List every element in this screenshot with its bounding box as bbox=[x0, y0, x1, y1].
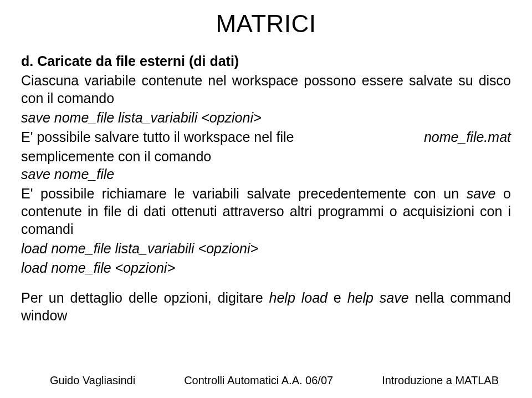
text-fragment: Per un dettaglio delle opzioni, digitare bbox=[21, 290, 269, 305]
slide-footer: Guido Vagliasindi Controlli Automatici A… bbox=[0, 374, 532, 387]
inline-save: save bbox=[467, 186, 496, 201]
code-save-file: save nome_file bbox=[21, 165, 511, 183]
code-load-vars: load nome_file lista_variabili <opzioni> bbox=[21, 239, 511, 257]
code-save-vars: save nome_file lista_variabili <opzioni> bbox=[21, 109, 511, 126]
text-fragment: E' possibile richiamare le variabili sal… bbox=[21, 186, 467, 201]
text-fragment: semplicemente con il comando bbox=[21, 147, 511, 165]
code-load-file: load nome_file <opzioni> bbox=[21, 259, 511, 277]
inline-help-save: help save bbox=[347, 290, 409, 305]
paragraph-recall: E' possibile richiamare le variabili sal… bbox=[21, 185, 511, 238]
section-heading: d. Caricate da file esterni (di dati) bbox=[21, 52, 511, 70]
paragraph-help: Per un dettaglio delle opzioni, digitare… bbox=[21, 289, 511, 324]
paragraph-save-workspace: E' possibile salvare tutto il workspace … bbox=[21, 128, 511, 165]
footer-author: Guido Vagliasindi bbox=[50, 374, 135, 387]
footer-course: Controlli Automatici A.A. 06/07 bbox=[184, 374, 333, 387]
inline-help-load: help load bbox=[269, 290, 328, 305]
slide-container: MATRICI d. Caricate da file esterni (di … bbox=[0, 0, 532, 398]
slide-content: d. Caricate da file esterni (di dati) Ci… bbox=[21, 52, 511, 324]
filename: nome_file.mat bbox=[424, 128, 511, 146]
footer-topic: Introduzione a MATLAB bbox=[382, 374, 499, 387]
text-fragment: e bbox=[328, 290, 347, 305]
paragraph-intro: Ciascuna variabile contenute nel workspa… bbox=[21, 72, 511, 107]
slide-title: MATRICI bbox=[21, 10, 511, 38]
text-fragment: E' possibile salvare tutto il workspace … bbox=[21, 128, 294, 146]
